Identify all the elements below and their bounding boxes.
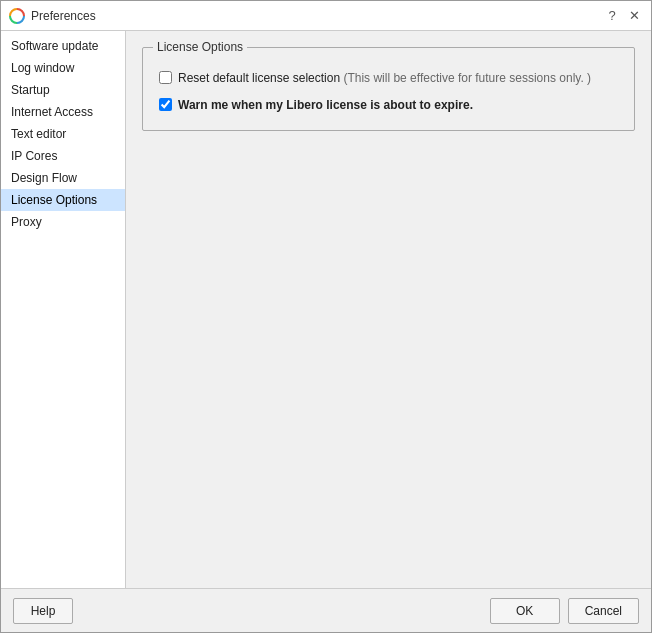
cancel-button[interactable]: Cancel (568, 598, 639, 624)
content-area: Software updateLog windowStartupInternet… (1, 31, 651, 588)
group-legend: License Options (153, 40, 247, 54)
sidebar-item-internet-access[interactable]: Internet Access (1, 101, 125, 123)
warn-expire-label: Warn me when my Libero license is about … (178, 97, 473, 114)
sidebar-item-text-editor[interactable]: Text editor (1, 123, 125, 145)
preferences-window: Preferences ? ✕ Software updateLog windo… (0, 0, 652, 633)
sidebar-item-design-flow[interactable]: Design Flow (1, 167, 125, 189)
footer-right: OK Cancel (490, 598, 639, 624)
title-bar-left: Preferences (9, 8, 96, 24)
title-bar-controls: ? ✕ (603, 7, 643, 25)
reset-default-checkbox[interactable] (159, 71, 172, 84)
reset-default-hint: (This will be effective for future sessi… (343, 71, 591, 85)
license-options-group: License Options Reset default license se… (142, 47, 635, 131)
window-title: Preferences (31, 9, 96, 23)
title-bar: Preferences ? ✕ (1, 1, 651, 31)
warn-expire-checkbox[interactable] (159, 98, 172, 111)
ok-button[interactable]: OK (490, 598, 560, 624)
sidebar-item-startup[interactable]: Startup (1, 79, 125, 101)
app-icon (9, 8, 25, 24)
reset-default-option: Reset default license selection (This wi… (159, 70, 618, 87)
sidebar-item-log-window[interactable]: Log window (1, 57, 125, 79)
warn-expire-text: Warn me when my Libero license is about … (178, 98, 473, 112)
reset-default-text: Reset default license selection (178, 71, 340, 85)
sidebar-item-license-options[interactable]: License Options (1, 189, 125, 211)
sidebar-item-proxy[interactable]: Proxy (1, 211, 125, 233)
sidebar-item-software-update[interactable]: Software update (1, 35, 125, 57)
reset-default-label: Reset default license selection (This wi… (178, 70, 591, 87)
help-button[interactable]: Help (13, 598, 73, 624)
sidebar-item-ip-cores[interactable]: IP Cores (1, 145, 125, 167)
main-panel: License Options Reset default license se… (126, 31, 651, 588)
sidebar: Software updateLog windowStartupInternet… (1, 31, 126, 588)
close-title-button[interactable]: ✕ (625, 7, 643, 25)
footer: Help OK Cancel (1, 588, 651, 632)
help-title-button[interactable]: ? (603, 7, 621, 25)
warn-expire-option: Warn me when my Libero license is about … (159, 97, 618, 114)
